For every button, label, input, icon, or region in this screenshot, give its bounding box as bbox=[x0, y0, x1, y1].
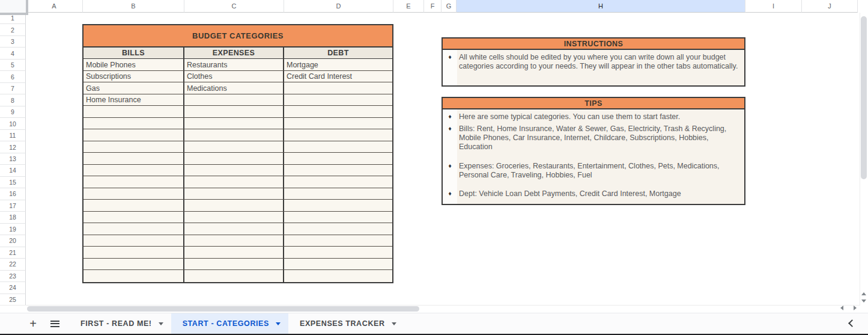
table-cell[interactable] bbox=[184, 106, 284, 117]
row-header-8[interactable]: 8 bbox=[0, 94, 26, 106]
row-header-25[interactable]: 25 bbox=[0, 294, 26, 306]
table-cell[interactable] bbox=[184, 129, 284, 141]
budget-column-header-debt[interactable]: DEBT bbox=[284, 48, 392, 58]
table-cell[interactable] bbox=[284, 235, 392, 247]
add-sheet-button[interactable]: + bbox=[26, 317, 40, 331]
all-sheets-menu-icon[interactable] bbox=[50, 321, 59, 327]
table-cell[interactable] bbox=[184, 200, 284, 211]
table-cell[interactable]: Credit Card Interest bbox=[284, 71, 392, 82]
table-cell[interactable] bbox=[83, 247, 184, 258]
table-cell[interactable] bbox=[284, 141, 392, 153]
row-header-19[interactable]: 19 bbox=[0, 224, 26, 235]
row-header-7[interactable]: 7 bbox=[0, 83, 26, 94]
table-cell[interactable] bbox=[184, 188, 284, 200]
table-cell[interactable] bbox=[284, 118, 392, 129]
table-cell[interactable] bbox=[284, 165, 392, 176]
tab-start-categories[interactable]: START - CATEGORIES bbox=[171, 313, 288, 334]
row-header-15[interactable]: 15 bbox=[0, 177, 26, 188]
table-cell[interactable] bbox=[284, 270, 392, 282]
table-cell[interactable] bbox=[284, 82, 392, 94]
row-header-6[interactable]: 6 bbox=[0, 71, 26, 82]
table-cell[interactable]: Mortgage bbox=[284, 59, 392, 70]
table-cell[interactable] bbox=[184, 223, 284, 235]
column-header-d[interactable]: D bbox=[284, 0, 393, 13]
table-cell[interactable] bbox=[184, 247, 284, 258]
table-cell[interactable]: Home Insurance bbox=[83, 94, 184, 106]
table-cell[interactable] bbox=[284, 200, 392, 211]
select-all-corner[interactable] bbox=[0, 0, 28, 15]
table-cell[interactable] bbox=[284, 106, 392, 117]
row-header-21[interactable]: 21 bbox=[0, 247, 26, 259]
budget-column-header-bills[interactable]: BILLS bbox=[83, 48, 184, 58]
column-header-i[interactable]: I bbox=[745, 0, 802, 13]
table-cell[interactable] bbox=[284, 223, 392, 235]
table-cell[interactable] bbox=[284, 176, 392, 188]
instructions-body[interactable]: ♦ All white cells should be edited by yo… bbox=[443, 50, 744, 85]
row-header-4[interactable]: 4 bbox=[0, 48, 26, 59]
table-cell[interactable] bbox=[284, 153, 392, 164]
row-header-2[interactable]: 2 bbox=[0, 24, 26, 35]
table-cell[interactable] bbox=[83, 106, 184, 117]
table-cell[interactable]: Restaurants bbox=[184, 59, 284, 70]
table-cell[interactable] bbox=[184, 259, 284, 270]
row-header-5[interactable]: 5 bbox=[0, 60, 26, 71]
table-cell[interactable]: Gas bbox=[83, 82, 184, 94]
column-header-h[interactable]: H bbox=[457, 0, 745, 13]
chevron-down-icon[interactable] bbox=[392, 322, 396, 325]
table-cell[interactable] bbox=[83, 212, 184, 223]
row-header-22[interactable]: 22 bbox=[0, 259, 26, 270]
column-header-e[interactable]: E bbox=[393, 0, 424, 13]
tab-expenses-tracker[interactable]: EXPENSES TRACKER bbox=[288, 313, 404, 334]
row-header-16[interactable]: 16 bbox=[0, 188, 26, 200]
budget-table-title[interactable]: BUDGET CATEGORIES bbox=[83, 25, 392, 48]
table-cell[interactable] bbox=[184, 118, 284, 129]
column-header-a[interactable]: A bbox=[26, 0, 83, 13]
row-header-18[interactable]: 18 bbox=[0, 212, 26, 223]
column-header-f[interactable]: F bbox=[424, 0, 442, 13]
table-cell[interactable] bbox=[284, 94, 392, 106]
horizontal-scrollbar-thumb[interactable] bbox=[27, 306, 419, 312]
table-cell[interactable] bbox=[184, 270, 284, 282]
table-cell[interactable] bbox=[83, 176, 184, 188]
column-header-j[interactable]: J bbox=[802, 0, 858, 13]
table-cell[interactable] bbox=[83, 118, 184, 129]
table-cell[interactable] bbox=[284, 259, 392, 270]
row-header-12[interactable]: 12 bbox=[0, 141, 26, 153]
row-header-23[interactable]: 23 bbox=[0, 271, 26, 282]
table-cell[interactable]: Subscriptions bbox=[83, 71, 184, 82]
scroll-down-icon[interactable] bbox=[861, 300, 866, 303]
table-cell[interactable] bbox=[184, 153, 284, 164]
scroll-up-icon[interactable] bbox=[861, 292, 866, 295]
table-cell[interactable] bbox=[284, 188, 392, 200]
column-header-b[interactable]: B bbox=[83, 0, 184, 13]
scroll-left-icon[interactable] bbox=[840, 306, 843, 310]
table-cell[interactable]: Mobile Phones bbox=[83, 59, 184, 70]
table-cell[interactable] bbox=[284, 247, 392, 258]
table-cell[interactable] bbox=[284, 212, 392, 223]
column-header-g[interactable]: G bbox=[442, 0, 457, 13]
tips-body[interactable]: ♦Here are some typical categories. You c… bbox=[443, 109, 744, 204]
budget-column-header-expenses[interactable]: EXPENSES bbox=[184, 48, 284, 58]
vertical-scrollbar-thumb[interactable] bbox=[861, 16, 867, 179]
table-cell[interactable] bbox=[83, 223, 184, 235]
chevron-down-icon[interactable] bbox=[159, 322, 163, 325]
row-header-10[interactable]: 10 bbox=[0, 118, 26, 129]
table-cell[interactable] bbox=[83, 235, 184, 247]
table-cell[interactable] bbox=[83, 200, 184, 211]
row-header-24[interactable]: 24 bbox=[0, 282, 26, 294]
table-cell[interactable] bbox=[284, 129, 392, 141]
table-cell[interactable] bbox=[83, 141, 184, 153]
table-cell[interactable]: Medications bbox=[184, 82, 284, 94]
row-header-14[interactable]: 14 bbox=[0, 165, 26, 176]
table-cell[interactable] bbox=[83, 188, 184, 200]
table-cell[interactable] bbox=[83, 165, 184, 176]
table-cell[interactable] bbox=[184, 212, 284, 223]
row-header-11[interactable]: 11 bbox=[0, 130, 26, 141]
table-cell[interactable] bbox=[83, 259, 184, 270]
table-cell[interactable]: Clothes bbox=[184, 71, 284, 82]
table-cell[interactable] bbox=[184, 141, 284, 153]
table-cell[interactable] bbox=[184, 165, 284, 176]
row-header-20[interactable]: 20 bbox=[0, 235, 26, 247]
chevron-left-icon[interactable] bbox=[848, 319, 856, 327]
table-cell[interactable] bbox=[83, 270, 184, 282]
